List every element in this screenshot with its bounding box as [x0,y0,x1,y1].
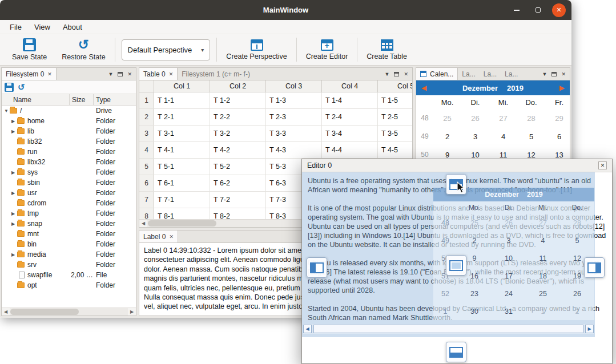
table-cell[interactable]: T 6-2 [210,175,266,191]
table-cell[interactable]: T 2-4 [322,109,378,125]
table-cell[interactable]: T 3-4 [322,126,378,141]
tree-row[interactable]: libx32Folder [2,157,136,167]
table-column-header[interactable]: Col 5 [378,80,412,92]
calendar-day[interactable]: 26 [461,114,489,123]
table-cell[interactable]: T 7-1 [154,192,210,208]
table-cell[interactable]: T 3-5 [378,126,412,141]
tree-row[interactable]: ▶usrFolder [2,188,136,198]
maximize-button[interactable] [531,3,545,17]
tree-row[interactable]: swapfile2,00 …File [2,270,136,280]
menu-item-view[interactable]: View [28,20,57,34]
table-cell[interactable]: T 7-2 [210,192,266,208]
tab-close-icon[interactable]: ✕ [169,71,174,77]
table-cell[interactable]: T 6-1 [154,175,210,191]
editor-close-button[interactable]: ✕ [598,161,607,169]
horizontal-scrollbar[interactable]: ◀ ▶ [2,308,136,316]
close-button[interactable]: ✕ [552,3,566,17]
table-cell[interactable]: T 1-5 [378,92,412,108]
expand-arrow-icon[interactable]: ▶ [2,211,17,216]
calendar-month[interactable]: Dezember [462,84,498,92]
tree-row[interactable]: ▶libFolder [2,126,136,136]
tree-row[interactable]: optFolder [2,280,136,290]
calendar-day[interactable]: 4 [489,132,517,141]
panel-menu-icon[interactable]: ▼ [542,71,547,77]
scrollbar-thumb[interactable] [10,309,79,315]
calendar-day[interactable]: 27 [489,114,517,123]
calendar-year[interactable]: 2019 [507,84,524,92]
tree-column-header[interactable]: Type [93,94,136,106]
table-cell[interactable]: T 3-1 [154,126,210,141]
table-cell[interactable]: T 4-1 [154,142,210,158]
create-editor-button[interactable]: Create Editor [299,39,356,60]
calendar-day[interactable]: 9 [433,151,461,159]
tree-row[interactable]: ▶snapFolder [2,219,136,229]
tree-row[interactable]: ▶sysFolder [2,167,136,177]
panel-float-icon[interactable] [118,72,123,76]
calendar-day[interactable]: 5 [517,132,545,141]
prev-month-icon[interactable]: ◀ [416,84,432,92]
calendar-day[interactable]: 12 [517,151,545,159]
table-cell[interactable]: T 1-1 [154,92,210,108]
tab-filesystem-0[interactable]: Filesystem 0 ✕ [2,68,57,80]
calendar-day[interactable]: 6 [545,132,570,141]
tree-row[interactable]: ▼/Drive [2,106,136,116]
panel-float-icon[interactable] [551,72,557,76]
tree-row[interactable]: cdromFolder [2,198,136,208]
save-icon[interactable] [5,83,14,92]
scroll-left-icon[interactable]: ◀ [139,221,147,226]
table-cell[interactable]: T 5-2 [210,159,266,175]
calendar-day[interactable]: 13 [545,151,570,159]
titlebar[interactable]: MainWindow ✕ [0,0,571,20]
expand-arrow-icon[interactable]: ▶ [2,129,17,134]
tree-row[interactable]: ▶mediaFolder [2,249,136,260]
tree-row[interactable]: binFolder [2,239,136,249]
table-cell[interactable]: T 4-3 [266,142,322,158]
drop-indicator-center[interactable] [446,255,466,276]
tree-column-header[interactable]: Name [11,94,31,106]
menu-item-about[interactable]: About [57,20,88,34]
tree-column-header[interactable]: Size [69,94,93,106]
panel-close-icon[interactable]: ✕ [404,71,408,77]
table-cell[interactable]: T 2-1 [154,109,210,125]
expand-arrow-icon[interactable]: ▼ [2,108,10,114]
calendar-day[interactable]: 25 [433,114,461,123]
editor-titlebar[interactable]: Editor 0 ✕ [302,159,612,172]
calendar-day[interactable]: 29 [545,114,570,123]
restore-state-button[interactable]: ↺ Restore State [54,38,112,61]
minimize-button[interactable] [510,3,524,17]
tree-row[interactable]: lib32Folder [2,136,136,147]
tab-close-icon[interactable]: ✕ [169,234,174,240]
table-cell[interactable]: T 1-2 [210,92,266,108]
tree-row[interactable]: ▶tmpFolder [2,208,136,219]
tab-label-0[interactable]: Label 0 ✕ [139,230,178,242]
calendar-day[interactable]: 11 [489,151,517,159]
menu-item-file[interactable]: File [3,20,28,34]
scroll-left-icon[interactable]: ◀ [2,309,10,314]
tree-row[interactable]: sbinFolder [2,177,136,188]
table-cell[interactable]: T 5-1 [154,159,210,175]
table-cell[interactable]: T 4-2 [210,142,266,158]
calendar-day[interactable]: 2 [433,132,461,141]
table-cell[interactable]: T 2-5 [378,109,412,125]
table-cell[interactable]: T 1-4 [322,92,378,108]
expand-arrow-icon[interactable]: ▶ [2,191,17,196]
tab-calendar-0[interactable]: Calen... [416,68,458,80]
table-row-header[interactable]: 5 [139,159,154,175]
save-state-button[interactable]: Save State [5,38,54,61]
table-column-header[interactable]: Col 3 [266,80,322,92]
expand-arrow-icon[interactable]: ▶ [2,170,17,175]
tab-close-icon[interactable]: ✕ [47,71,52,77]
calendar-day[interactable]: 10 [461,151,489,159]
table-cell[interactable]: T 4-4 [322,142,378,158]
expand-arrow-icon[interactable]: ▶ [2,221,17,227]
tab-filesystem-1[interactable]: Filesystem 1 (c+ m- f-) [178,68,254,80]
table-cell[interactable]: T 3-3 [266,126,322,141]
table-column-header[interactable]: Col 4 [322,80,378,92]
table-cell[interactable]: T 8-2 [210,208,266,219]
panel-menu-icon[interactable]: ▼ [385,71,390,77]
expand-arrow-icon[interactable]: ▶ [2,252,17,257]
panel-menu-icon[interactable]: ▼ [108,71,114,77]
table-row-header[interactable]: 7 [139,192,154,208]
table-column-header[interactable]: Col 1 [154,80,210,92]
table-row-header[interactable]: 2 [139,109,154,125]
